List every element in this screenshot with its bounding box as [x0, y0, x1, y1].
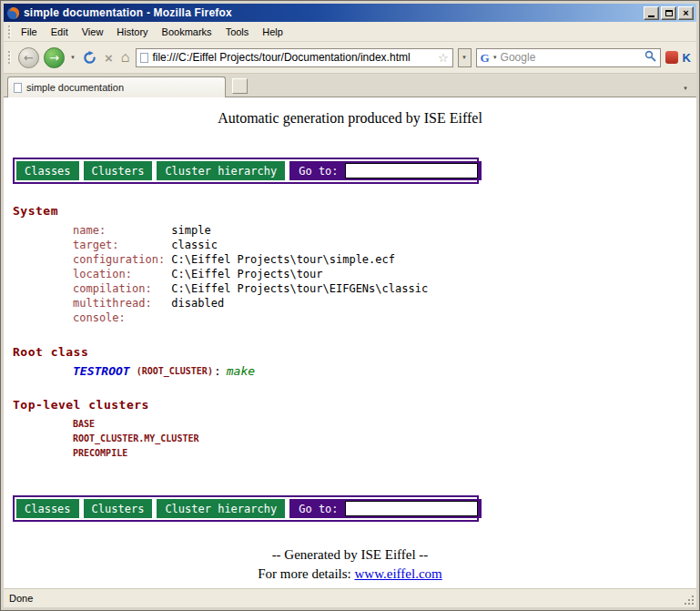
- menu-file[interactable]: File: [15, 24, 44, 40]
- more-details-line: For more details: www.eiffel.com: [4, 566, 696, 582]
- extension-icon-red[interactable]: [665, 51, 678, 64]
- firefox-icon: [6, 6, 20, 20]
- system-row-label: configuration:: [73, 252, 171, 267]
- root-cluster-ref[interactable]: (ROOT_CLUSTER): [137, 366, 213, 376]
- system-row: multithread:disabled: [73, 296, 696, 311]
- page-content: Automatic generation produced by ISE Eif…: [4, 97, 696, 588]
- system-row: target:classic: [73, 238, 696, 252]
- system-row-label: compilation:: [73, 281, 171, 296]
- stop-button[interactable]: ×: [103, 51, 115, 65]
- system-row-value: disabled: [171, 297, 224, 310]
- back-button[interactable]: ←: [18, 47, 39, 68]
- system-row: compilation:C:\Eiffel Projects\tour\EIFG…: [73, 281, 696, 296]
- maximize-button[interactable]: [661, 6, 676, 20]
- address-input[interactable]: [152, 51, 433, 64]
- goto-input[interactable]: [345, 163, 478, 178]
- menubar: File Edit View History Bookmarks Tools H…: [4, 22, 696, 42]
- window-controls: ×: [644, 6, 694, 20]
- system-row-value: C:\Eiffel Projects\tour: [171, 268, 322, 280]
- system-row-label: target:: [73, 238, 171, 252]
- titlebar[interactable]: simple documentation - Mozilla Firefox ×: [4, 4, 696, 22]
- testroot-link[interactable]: TESTROOT: [73, 364, 130, 378]
- maximize-icon: [665, 10, 673, 16]
- status-text: Done: [9, 593, 691, 604]
- menu-help[interactable]: Help: [256, 24, 289, 40]
- forward-dropdown-button[interactable]: ▼: [69, 55, 76, 60]
- goto-label: Go to:: [299, 165, 338, 178]
- root-class-heading: Root class: [13, 345, 696, 359]
- menu-bookmarks[interactable]: Bookmarks: [156, 24, 218, 40]
- system-rows: name:simple target:classic configuration…: [4, 223, 696, 325]
- address-dropdown-button[interactable]: ▼: [458, 48, 472, 67]
- extension-icon-k[interactable]: K: [683, 52, 691, 64]
- search-icon[interactable]: [644, 49, 656, 66]
- window-frame: simple documentation - Mozilla Firefox ×…: [0, 0, 700, 611]
- eiffel-com-link[interactable]: www.eiffel.com: [355, 566, 442, 581]
- clusters-button[interactable]: Clusters: [84, 499, 153, 518]
- navigation-toolbar: ← → ▼ × ⌂ ☆ ▼ G ▼: [4, 42, 696, 74]
- doc-navbar-top: Classes Clusters Cluster hierarchy Go to…: [13, 158, 479, 184]
- cluster-link-precompile[interactable]: PRECOMPILE: [73, 446, 696, 461]
- cluster-link-root-cluster[interactable]: ROOT_CLUSTER.MY_CLUSTER: [73, 432, 696, 446]
- menu-edit[interactable]: Edit: [45, 24, 75, 40]
- system-row: location:C:\Eiffel Projects\tour: [73, 267, 696, 281]
- generated-by-text: -- Generated by ISE Eiffel --: [4, 547, 696, 563]
- menu-view[interactable]: View: [76, 24, 110, 40]
- system-row-value: classic: [171, 239, 218, 251]
- menubar-grip[interactable]: [8, 25, 11, 38]
- system-row-value: C:\Eiffel Projects\tour\EIFGENs\classic: [171, 282, 428, 295]
- system-row-label: multithread:: [73, 296, 171, 311]
- search-engine-dropdown-icon[interactable]: ▼: [492, 55, 498, 60]
- status-bar: Done: [4, 588, 696, 607]
- stop-icon: ×: [105, 51, 113, 65]
- more-details-prefix: For more details:: [258, 566, 354, 581]
- system-row: console:: [73, 311, 696, 325]
- resize-grip[interactable]: [684, 595, 695, 606]
- reload-icon: [83, 51, 96, 65]
- home-icon: ⌂: [121, 50, 130, 65]
- make-link[interactable]: make: [227, 364, 255, 378]
- forward-icon: →: [49, 51, 59, 65]
- doc-navbar-bottom: Classes Clusters Cluster hierarchy Go to…: [13, 495, 479, 522]
- system-row-label: console:: [73, 311, 171, 325]
- search-input[interactable]: [501, 51, 642, 64]
- google-logo-icon: G: [481, 52, 490, 64]
- root-class-colon: :: [214, 364, 221, 378]
- system-row-value: C:\Eiffel Projects\tour\simple.ecf: [171, 253, 395, 266]
- tab-label: simple documentation: [26, 82, 124, 93]
- search-bar[interactable]: G ▼: [476, 48, 661, 67]
- tab-bar: simple documentation ▼: [4, 74, 696, 97]
- chevron-down-icon: ▼: [683, 86, 688, 91]
- minimize-button[interactable]: [644, 6, 659, 20]
- system-row-label: location:: [73, 267, 171, 281]
- page-favicon: [140, 53, 148, 63]
- cluster-link-base[interactable]: BASE: [73, 417, 696, 432]
- system-row-label: name:: [73, 223, 171, 238]
- list-all-tabs-button[interactable]: ▼: [678, 78, 693, 94]
- back-icon: ←: [24, 51, 34, 65]
- menu-tools[interactable]: Tools: [219, 24, 256, 40]
- page-header-text: Automatic generation produced by ISE Eif…: [4, 110, 696, 127]
- clusters-button[interactable]: Clusters: [84, 161, 153, 180]
- tab-simple-documentation[interactable]: simple documentation: [7, 76, 226, 97]
- home-button[interactable]: ⌂: [119, 50, 132, 65]
- system-row: configuration:C:\Eiffel Projects\tour\si…: [73, 252, 696, 267]
- bookmark-star-icon[interactable]: ☆: [438, 52, 449, 64]
- chevron-down-icon: ▼: [462, 55, 467, 60]
- goto-input[interactable]: [345, 501, 478, 516]
- cluster-hierarchy-button[interactable]: Cluster hierarchy: [157, 499, 285, 518]
- system-row: name:simple: [73, 223, 696, 238]
- classes-button[interactable]: Classes: [16, 161, 79, 180]
- menu-history[interactable]: History: [110, 24, 154, 40]
- close-icon: ×: [683, 8, 688, 18]
- classes-button[interactable]: Classes: [16, 499, 79, 518]
- minimize-icon: [648, 15, 654, 17]
- address-bar[interactable]: ☆: [136, 48, 452, 67]
- cluster-hierarchy-button[interactable]: Cluster hierarchy: [157, 161, 285, 180]
- reload-button[interactable]: [81, 51, 98, 65]
- forward-button[interactable]: →: [44, 47, 65, 68]
- tab-bar-button[interactable]: [232, 78, 248, 94]
- goto-area: Go to:: [289, 499, 481, 518]
- close-button[interactable]: ×: [678, 6, 694, 20]
- toolbar-grip[interactable]: [8, 51, 11, 64]
